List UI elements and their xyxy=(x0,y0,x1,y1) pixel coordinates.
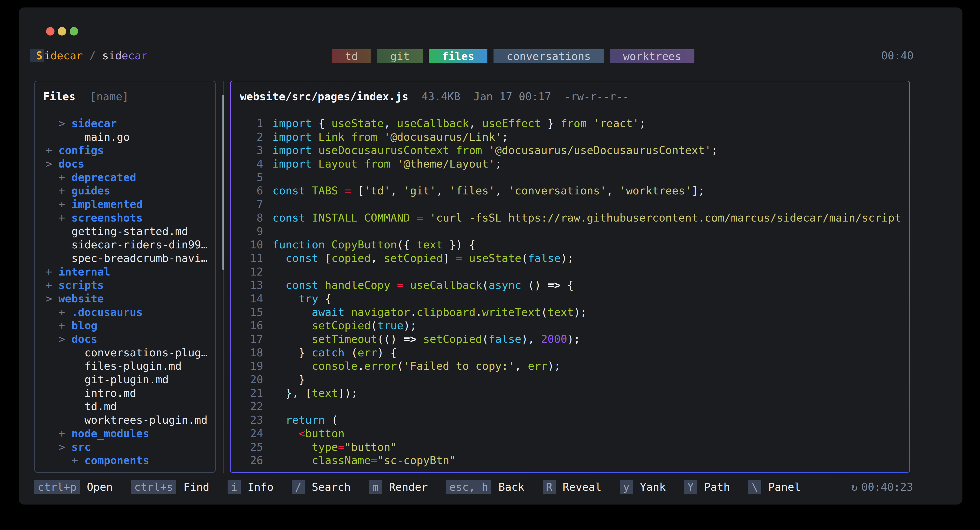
tree-row-conversations-plug[interactable]: conversations-plug… xyxy=(35,346,215,360)
app-initial-badge: S xyxy=(30,49,44,62)
key-chip-panel: \ xyxy=(748,480,761,494)
line-number: 10 xyxy=(231,238,263,252)
tree-row-guides[interactable]: +guides xyxy=(35,184,215,198)
key-chip-yank: y xyxy=(620,480,633,494)
tree-row-.docusaurus[interactable]: +.docusaurus xyxy=(35,306,215,319)
code-line-13: 13 const handleCopy = useCallback(async … xyxy=(231,279,909,292)
line-content: console.error('Failed to copy:', err); xyxy=(272,359,561,373)
line-number: 4 xyxy=(231,157,263,171)
code-line-8: 8const INSTALL_COMMAND = 'curl -fsSL htt… xyxy=(231,211,909,225)
code-line-16: 16 setCopied(true); xyxy=(231,319,909,333)
line-number: 16 xyxy=(231,319,263,333)
tree-expand-marker: + xyxy=(59,319,72,333)
line-number: 2 xyxy=(231,130,263,144)
tab-td[interactable]: td xyxy=(332,49,371,63)
shortcut-action-back: Back xyxy=(498,481,524,494)
tree-file-name: spec-breadcrumb-navi… xyxy=(72,252,208,265)
code-line-14: 14 try { xyxy=(231,292,909,306)
tab-files[interactable]: files xyxy=(429,49,487,63)
line-number: 9 xyxy=(231,225,263,238)
line-number: 22 xyxy=(231,400,263,413)
tree-row-files-plugin.md[interactable]: files-plugin.md xyxy=(35,359,215,373)
code-line-19: 19 console.error('Failed to copy:', err)… xyxy=(231,359,909,373)
code-viewer[interactable]: 1import { useState, useCallback, useEffe… xyxy=(231,117,909,467)
files-scrollbar-thumb[interactable] xyxy=(223,95,224,270)
code-line-10: 10function CopyButton({ text }) { xyxy=(231,238,909,252)
tree-row-website[interactable]: >website xyxy=(35,292,215,306)
code-line-12: 12 xyxy=(231,265,909,279)
shortcut-action-reveal: Reveal xyxy=(563,481,601,494)
tree-row-scripts[interactable]: +scripts xyxy=(35,279,215,292)
tree-row-main.go[interactable]: main.go xyxy=(35,130,215,144)
preview-header: website/src/pages/index.js 43.4KB Jan 17… xyxy=(240,90,909,103)
tab-worktrees[interactable]: worktrees xyxy=(610,49,694,63)
key-chip-path: Y xyxy=(684,480,697,494)
shortcut-action-search: Search xyxy=(312,481,351,494)
tree-row-sidecar[interactable]: >sidecar xyxy=(35,117,215,130)
tree-row-nodemodules[interactable]: +node_modules xyxy=(35,427,215,441)
tree-row-getting-started.md[interactable]: getting-started.md xyxy=(35,225,215,238)
file-modified: Jan 17 00:17 xyxy=(473,90,551,103)
tree-row-docs[interactable]: >docs xyxy=(35,333,215,346)
shortcut-action-panel: Panel xyxy=(768,481,800,494)
line-content: const INSTALL_COMMAND = 'curl -fsSL http… xyxy=(272,211,901,225)
tree-row-spec-breadcrumb-navi[interactable]: spec-breadcrumb-navi… xyxy=(35,252,215,265)
tree-row-worktrees-plugin.md[interactable]: worktrees-plugin.md xyxy=(35,413,215,427)
tree-row-screenshots[interactable]: +screenshots xyxy=(35,211,215,225)
tree-dir-name: docs xyxy=(72,333,97,345)
code-line-22: 22 xyxy=(231,400,909,413)
tree-file-name: conversations-plug… xyxy=(84,346,207,359)
code-line-9: 9 xyxy=(231,225,909,238)
tree-dir-name: screenshots xyxy=(72,211,143,224)
line-content: type="button" xyxy=(272,441,397,454)
tree-row-src[interactable]: >src xyxy=(35,441,215,454)
file-path: website/src/pages/index.js xyxy=(240,90,408,103)
app-window: Sidecar / sidecar tdgitfilesconversation… xyxy=(19,8,963,505)
tab-git[interactable]: git xyxy=(377,49,423,63)
title-repo: sidecar xyxy=(102,49,148,62)
tree-dir-name: internal xyxy=(59,265,110,278)
tree-file-name: files-plugin.md xyxy=(84,360,181,372)
files-panel-header: Files[name] xyxy=(43,90,215,103)
tree-row-intro.md[interactable]: intro.md xyxy=(35,387,215,400)
tree-row-td.md[interactable]: td.md xyxy=(35,400,215,413)
line-content: const handleCopy = useCallback(async () … xyxy=(272,279,574,292)
tree-row-deprecated[interactable]: +deprecated xyxy=(35,171,215,184)
line-content: } catch (err) { xyxy=(272,346,397,360)
title-separator: / xyxy=(83,49,102,62)
line-content: className="sc-copyBtn" xyxy=(272,454,456,467)
line-number: 13 xyxy=(231,279,263,292)
tree-row-configs[interactable]: +configs xyxy=(35,144,215,157)
line-content: import Layout from '@theme/Layout'; xyxy=(272,157,502,171)
tree-expand-marker: + xyxy=(59,211,72,225)
tree-row-internal[interactable]: +internal xyxy=(35,265,215,279)
line-number: 8 xyxy=(231,211,263,225)
tree-expand-marker: + xyxy=(72,454,84,467)
file-permissions: -rw-r--r-- xyxy=(565,90,629,103)
line-number: 26 xyxy=(231,454,263,467)
window-minimize-button[interactable] xyxy=(58,27,66,35)
code-line-23: 23 return ( xyxy=(231,413,909,427)
tree-row-components[interactable]: +components xyxy=(35,454,215,467)
key-chip-open: ctrl+p xyxy=(34,480,80,494)
tree-expand-marker: + xyxy=(59,306,72,319)
tree-expand-marker: + xyxy=(59,427,72,441)
tree-row-implemented[interactable]: +implemented xyxy=(35,198,215,211)
code-line-3: 3import useDocusaurusContext from '@docu… xyxy=(231,144,909,157)
tree-expand-marker: + xyxy=(59,171,72,184)
tree-row-blog[interactable]: +blog xyxy=(35,319,215,333)
tree-row-git-plugin.md[interactable]: git-plugin.md xyxy=(35,373,215,387)
code-line-18: 18 } catch (err) { xyxy=(231,346,909,360)
app-initial: S xyxy=(36,49,43,62)
tree-expand-marker: > xyxy=(59,333,72,346)
line-number: 25 xyxy=(231,441,263,454)
tree-dir-name: components xyxy=(84,454,149,467)
window-close-button[interactable] xyxy=(46,27,54,35)
shortcut-list: ctrl+pOpenctrl+sFindiInfo/SearchmRendere… xyxy=(34,480,819,494)
tree-row-sidecar-riders-din99[interactable]: sidecar-riders-din99… xyxy=(35,238,215,252)
tab-conversations[interactable]: conversations xyxy=(493,49,604,63)
tree-row-docs[interactable]: >docs xyxy=(35,157,215,171)
window-zoom-button[interactable] xyxy=(70,27,78,35)
tree-expand-marker: > xyxy=(59,117,72,130)
line-number: 3 xyxy=(231,144,263,157)
